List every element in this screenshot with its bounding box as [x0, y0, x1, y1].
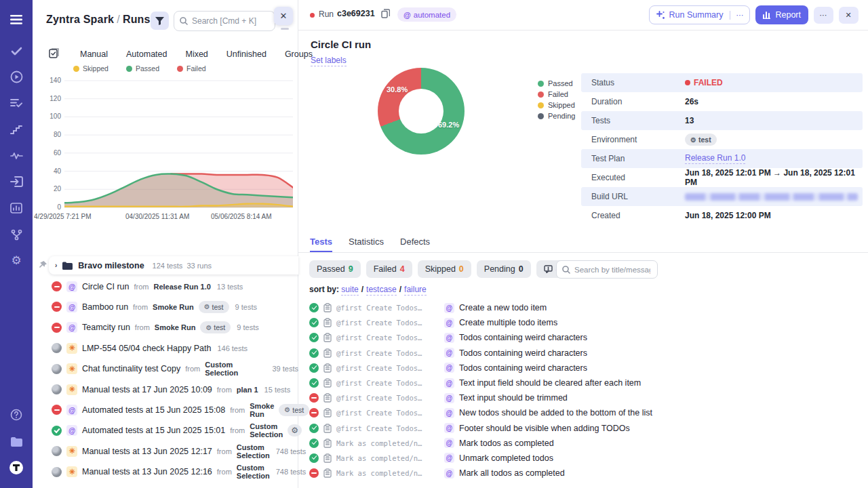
run-list-item[interactable]: @Circle CI runfromRelease Run 1.013 test…	[33, 276, 298, 296]
test-title[interactable]: Todos containing weird characters	[459, 333, 587, 342]
run-title[interactable]: Circle CI run	[82, 282, 129, 291]
filter-chip-pending[interactable]: Pending0	[477, 260, 531, 278]
select-runs-icon[interactable]	[49, 47, 60, 61]
run-list-item[interactable]: @Automated tests at 15 Jun 2025 15:08fro…	[33, 400, 298, 420]
chevron-right-icon[interactable]: ›	[55, 262, 57, 269]
projects-folder-icon[interactable]	[8, 433, 24, 449]
test-row[interactable]: @first Create Todos…@Text input field sh…	[309, 375, 865, 390]
run-list-item[interactable]: ✳Manual tests at 13 Jun 2025 12:17fromCu…	[33, 441, 298, 462]
run-title[interactable]: Bamboo run	[82, 302, 128, 312]
test-row[interactable]: @first Create Todos…@Todos containing we…	[309, 346, 865, 361]
activity-pulse-icon[interactable]	[8, 147, 24, 163]
run-summary-button[interactable]: Run Summary	[650, 10, 730, 20]
runs-tab-unfinished[interactable]: Unfinished	[226, 49, 267, 59]
pin-icon[interactable]	[38, 260, 47, 270]
run-list-item[interactable]: @Bamboo runfromSmoke Run⚙test9 tests	[33, 297, 298, 317]
sort-link-testcase[interactable]: testcase	[366, 285, 397, 296]
panel-resize-handle[interactable]	[281, 28, 289, 30]
filter-button[interactable]	[151, 12, 169, 30]
run-list-item[interactable]: ✳Manual tests at 17 Jun 2025 10:09frompl…	[33, 379, 298, 399]
test-title[interactable]: Unmark completed todos	[459, 453, 553, 463]
test-row[interactable]: @first Create Todos…@Create a new todo i…	[309, 300, 865, 315]
close-run-button[interactable]: ✕	[839, 7, 859, 24]
filter-chip-passed[interactable]: Passed9	[309, 260, 361, 278]
test-title[interactable]: Create multiple todo items	[459, 318, 557, 327]
run-title[interactable]: Automated tests at 15 Jun 2025 15:08	[82, 405, 225, 415]
sort-link-failure[interactable]: failure	[404, 285, 427, 296]
panel-close-button[interactable]: ✕	[274, 7, 293, 25]
test-row[interactable]: Mark as completed/n…@Unmark completed to…	[309, 451, 865, 466]
tests-search-input[interactable]	[574, 266, 650, 274]
test-title[interactable]: Footer should be visible when adding TOD…	[459, 424, 630, 433]
runs-tab-manual[interactable]: Manual	[80, 49, 108, 59]
test-row[interactable]: @first Create Todos…@Create multiple tod…	[309, 315, 865, 330]
test-title[interactable]: Todos containing weird characters	[459, 348, 587, 358]
test-title[interactable]: New todos should be added to the bottom …	[459, 408, 652, 418]
run-title[interactable]: Manual tests at 13 Jun 2025 12:16	[82, 467, 212, 476]
test-row[interactable]: Mark as completed/n…@Mark todos as compl…	[309, 436, 865, 451]
branch-icon[interactable]	[8, 226, 24, 243]
tab-defects[interactable]: Defects	[400, 237, 430, 252]
run-title[interactable]: LMP-554 05/04 check Happy Path	[82, 344, 211, 353]
test-row[interactable]: @first Create Todos…@Footer should be vi…	[309, 421, 865, 436]
run-source[interactable]: Smoke Run	[155, 323, 196, 331]
run-source[interactable]: Custom Selection	[237, 464, 270, 480]
automated-badge[interactable]: @automated	[397, 7, 456, 22]
test-row[interactable]: Mark as completed/n…@Mark all todos as c…	[309, 466, 865, 481]
test-title[interactable]: Mark todos as completed	[459, 439, 554, 448]
run-list-item[interactable]: @Automated tests at 15 Jun 2025 15:01fro…	[33, 420, 298, 441]
run-list-item[interactable]: ✳LMP-554 05/04 check Happy Path146 tests	[33, 338, 298, 359]
settings-gear-icon[interactable]: ⚙	[8, 252, 24, 268]
test-row[interactable]: @first Create Todos…@Text input should b…	[309, 390, 865, 405]
run-source[interactable]: Custom Selection	[205, 361, 266, 377]
test-row[interactable]: @first Create Todos…@Todos containing we…	[309, 361, 865, 375]
test-title[interactable]: Create a new todo item	[459, 303, 547, 312]
run-source[interactable]: Smoke Run	[153, 303, 194, 311]
run-title[interactable]: Chat functinality test Copy	[82, 364, 180, 373]
run-list-item[interactable]: ✳Manual tests at 13 Jun 2025 12:16fromCu…	[33, 462, 298, 482]
run-title[interactable]: Automated tests at 15 Jun 2025 15:01	[82, 426, 225, 435]
copy-icon[interactable]	[381, 9, 390, 21]
run-source[interactable]: Custom Selection	[250, 422, 283, 439]
filter-chip-skipped[interactable]: Skipped0	[418, 260, 471, 278]
run-list-item[interactable]: @Teamcity runfromSmoke Run⚙test9 tests	[33, 317, 298, 338]
import-icon[interactable]	[8, 174, 24, 190]
reports-chart-icon[interactable]	[8, 200, 24, 216]
milestone-folder-row[interactable]: › Bravo milestone 124 tests 33 runs	[33, 256, 298, 276]
runs-search-input[interactable]	[192, 16, 267, 26]
tab-tests[interactable]: Tests	[310, 237, 332, 252]
breadcrumb-project[interactable]: Zyntra Spark	[46, 14, 114, 25]
run-title[interactable]: Teamcity run	[82, 323, 130, 332]
menu-icon[interactable]	[8, 12, 24, 28]
test-row[interactable]: @first Create Todos…@Todos containing we…	[309, 330, 865, 345]
runs-tab-mixed[interactable]: Mixed	[185, 49, 208, 59]
app-logo[interactable]	[8, 460, 24, 476]
test-title[interactable]: Text input should be trimmed	[459, 393, 568, 403]
test-plan-link[interactable]: Release Run 1.0	[685, 153, 745, 164]
help-icon[interactable]	[8, 407, 24, 423]
tests-check-icon[interactable]	[8, 43, 24, 59]
more-actions-button[interactable]: ⋯	[814, 7, 833, 24]
tab-statistics[interactable]: Statistics	[349, 237, 384, 252]
run-list-item[interactable]: ✳Chat functinality test CopyfromCustom S…	[33, 359, 298, 379]
run-summary-more-button[interactable]: ⋯	[730, 11, 749, 20]
runs-search[interactable]	[174, 11, 275, 31]
runs-play-icon[interactable]	[8, 68, 24, 85]
test-row[interactable]: @first Create Todos…@New todos should be…	[309, 405, 865, 420]
run-title[interactable]: Manual tests at 17 Jun 2025 10:09	[82, 385, 212, 394]
run-source[interactable]: Custom Selection	[237, 443, 270, 460]
folder-name[interactable]: Bravo milestone	[78, 261, 144, 270]
milestones-steps-icon[interactable]	[8, 121, 24, 138]
test-title[interactable]: Mark all todos as completed	[459, 468, 565, 478]
test-title[interactable]: Todos containing weird characters	[459, 363, 587, 373]
runs-tab-groups[interactable]: Groups	[285, 49, 313, 59]
plans-list-icon[interactable]	[8, 95, 24, 111]
tests-search[interactable]	[556, 260, 658, 279]
run-source[interactable]: Release Run 1.0	[153, 283, 210, 291]
sort-link-suite[interactable]: suite	[341, 285, 358, 296]
filter-chip-failed[interactable]: Failed4	[366, 260, 412, 278]
run-source[interactable]: plan 1	[237, 386, 258, 394]
run-source[interactable]: Smoke Run	[250, 402, 274, 418]
set-labels-link[interactable]: Set labels	[311, 56, 347, 66]
test-title[interactable]: Text input field should be cleared after…	[459, 378, 641, 388]
